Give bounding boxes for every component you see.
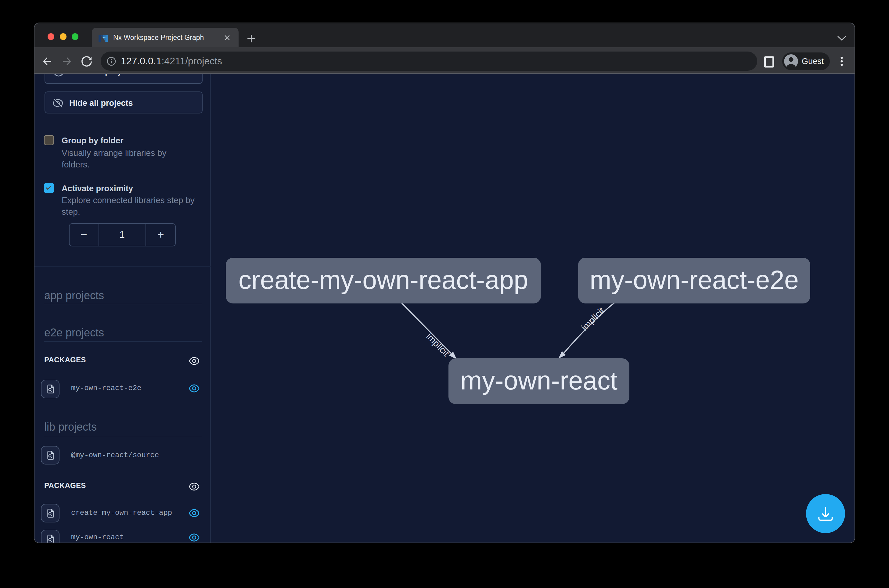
- svg-text:implicit: implicit: [424, 331, 451, 358]
- svg-text:implicit: implicit: [579, 305, 607, 332]
